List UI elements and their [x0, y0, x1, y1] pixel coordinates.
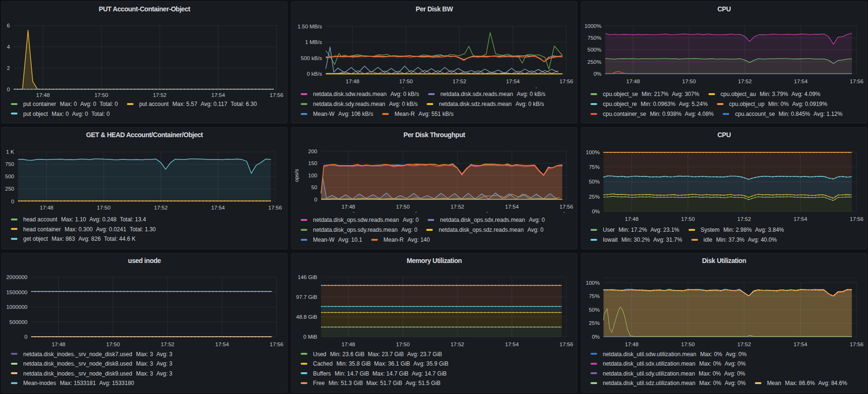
svg-text:0 MiB: 0 MiB [304, 334, 318, 340]
svg-text:17:52: 17:52 [153, 92, 167, 98]
svg-text:150: 150 [308, 160, 317, 166]
svg-text:17:54: 17:54 [505, 341, 519, 347]
svg-text:75%: 75% [589, 293, 600, 299]
svg-text:25%: 25% [589, 194, 600, 200]
svg-text:17:56: 17:56 [268, 205, 282, 210]
svg-text:1500000: 1500000 [6, 289, 27, 295]
svg-text:17:48: 17:48 [625, 341, 639, 347]
svg-text:17:56: 17:56 [270, 92, 284, 98]
svg-text:100%: 100% [586, 149, 600, 155]
svg-text:200: 200 [308, 149, 317, 154]
svg-text:0%: 0% [592, 209, 600, 214]
svg-text:17:54: 17:54 [794, 79, 808, 84]
svg-text:17:52: 17:52 [450, 204, 464, 210]
svg-text:0: 0 [7, 87, 10, 92]
svg-text:17:52: 17:52 [161, 341, 174, 347]
svg-text:17:52: 17:52 [737, 216, 751, 222]
svg-text:250: 250 [5, 186, 14, 192]
svg-text:17:48: 17:48 [626, 79, 640, 84]
svg-text:500%: 500% [588, 47, 601, 53]
svg-text:17:48: 17:48 [341, 204, 355, 210]
svg-text:1000000: 1000000 [6, 304, 27, 310]
svg-text:17:48: 17:48 [40, 205, 54, 210]
svg-text:50%: 50% [589, 179, 600, 184]
svg-text:1000%: 1000% [584, 23, 601, 29]
svg-text:750: 750 [5, 161, 14, 167]
svg-text:17:48: 17:48 [36, 92, 50, 98]
svg-text:17:50: 17:50 [396, 341, 410, 347]
svg-text:50%: 50% [589, 307, 600, 313]
svg-text:17:50: 17:50 [396, 204, 410, 210]
svg-text:17:54: 17:54 [506, 79, 520, 84]
svg-text:17:50: 17:50 [399, 79, 413, 84]
svg-text:17:50: 17:50 [681, 341, 695, 347]
svg-text:17:52: 17:52 [154, 205, 168, 210]
svg-text:2: 2 [7, 65, 10, 71]
svg-text:17:54: 17:54 [215, 341, 229, 347]
svg-text:17:56: 17:56 [850, 341, 864, 347]
svg-text:17:56: 17:56 [850, 216, 864, 222]
svg-text:97.7 GiB: 97.7 GiB [296, 294, 317, 300]
svg-text:17:54: 17:54 [794, 216, 807, 222]
svg-text:17:56: 17:56 [270, 341, 284, 347]
svg-text:0: 0 [25, 334, 27, 340]
svg-text:17:52: 17:52 [450, 341, 464, 347]
svg-text:17:48: 17:48 [625, 216, 639, 222]
svg-text:17:56: 17:56 [560, 79, 573, 84]
svg-text:500000: 500000 [9, 319, 27, 325]
svg-text:4: 4 [7, 44, 10, 50]
svg-text:17:48: 17:48 [52, 341, 65, 347]
svg-text:0%: 0% [592, 334, 600, 340]
svg-text:17:50: 17:50 [681, 216, 695, 222]
svg-text:500 kB/s: 500 kB/s [301, 55, 322, 61]
svg-text:17:50: 17:50 [682, 79, 696, 84]
svg-text:17:54: 17:54 [794, 341, 807, 347]
svg-text:17:52: 17:52 [737, 341, 751, 347]
svg-text:0%: 0% [593, 71, 601, 77]
svg-text:17:56: 17:56 [560, 204, 573, 210]
svg-text:75%: 75% [589, 164, 600, 170]
svg-text:750%: 750% [588, 35, 601, 41]
svg-text:0 kB/s: 0 kB/s [307, 71, 322, 77]
svg-text:17:56: 17:56 [850, 79, 864, 84]
svg-text:ops/s: ops/s [294, 169, 299, 182]
svg-text:17:52: 17:52 [738, 79, 752, 84]
svg-text:1 K: 1 K [6, 149, 15, 155]
svg-text:2000000: 2000000 [6, 274, 27, 280]
svg-text:250%: 250% [588, 59, 601, 65]
svg-text:50: 50 [311, 184, 317, 190]
svg-text:6: 6 [7, 23, 10, 28]
svg-text:17:50: 17:50 [95, 92, 108, 98]
svg-text:17:48: 17:48 [346, 79, 359, 84]
svg-text:17:50: 17:50 [106, 341, 120, 347]
svg-text:146 GiB: 146 GiB [297, 274, 317, 280]
svg-text:100: 100 [308, 173, 317, 178]
svg-text:500: 500 [5, 174, 14, 179]
svg-text:17:50: 17:50 [97, 205, 111, 210]
svg-text:17:56: 17:56 [560, 341, 573, 347]
svg-text:17:54: 17:54 [505, 204, 519, 210]
svg-text:48.8 GiB: 48.8 GiB [296, 314, 317, 320]
svg-text:1 MB/s: 1 MB/s [305, 39, 322, 45]
svg-text:100%: 100% [586, 280, 600, 286]
svg-text:17:48: 17:48 [341, 341, 355, 347]
svg-text:0: 0 [314, 197, 317, 202]
svg-text:17:54: 17:54 [211, 92, 225, 98]
svg-text:25%: 25% [589, 320, 600, 326]
svg-text:0: 0 [11, 199, 14, 204]
svg-text:1.50 MB/s: 1.50 MB/s [297, 24, 322, 29]
svg-text:17:54: 17:54 [211, 205, 225, 210]
svg-text:17:52: 17:52 [453, 79, 466, 84]
